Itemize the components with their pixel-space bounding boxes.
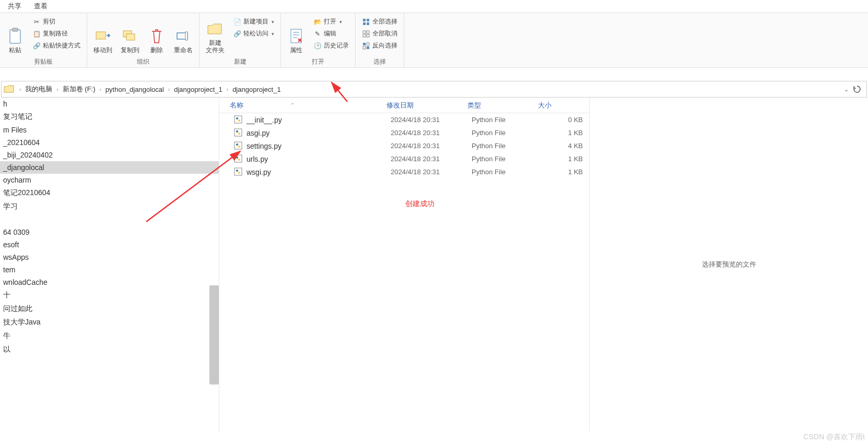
chevron-right-icon[interactable]: ›: [54, 87, 60, 92]
tree-item[interactable]: 技大学Java: [0, 316, 219, 329]
tree-item[interactable]: 十: [0, 288, 219, 302]
invert-selection-button[interactable]: 反向选择: [361, 40, 398, 51]
breadcrumb-items: › 我的电脑 › 新加卷 (F:) › python_djangolocal ›…: [17, 85, 844, 94]
tree-item[interactable]: m Files: [0, 124, 219, 136]
svg-rect-18: [363, 46, 366, 49]
tree-item[interactable]: oycharm: [0, 174, 219, 186]
file-type: Python File: [472, 155, 542, 163]
breadcrumb-segment[interactable]: djangoproject_1: [172, 86, 225, 93]
ribbon: 粘贴 ✂剪切 📋复制路径 🔗粘贴快捷方式 剪贴板 移动到 复制到 删除: [0, 13, 868, 68]
sort-indicator-icon: ⌃: [290, 102, 295, 108]
tree-item[interactable]: _20210604: [0, 136, 219, 149]
svg-rect-2: [96, 32, 105, 39]
select-none-button[interactable]: 全部取消: [361, 28, 398, 39]
chevron-down-icon[interactable]: ⌄: [844, 86, 849, 93]
svg-point-24: [236, 130, 238, 133]
group-label-select: 选择: [359, 56, 401, 66]
open-button[interactable]: 📂打开▾: [312, 16, 350, 27]
copy-path-button[interactable]: 📋复制路径: [31, 28, 81, 39]
file-row[interactable]: asgi.py2024/4/18 20:31Python File1 KB: [219, 126, 589, 139]
tree-item[interactable]: 学习: [0, 200, 219, 213]
chevron-right-icon[interactable]: ›: [166, 87, 172, 92]
svg-rect-15: [367, 34, 369, 37]
svg-rect-0: [10, 30, 20, 43]
tree-item[interactable]: 复习笔记: [0, 110, 219, 124]
tree-item[interactable]: _djangolocal: [0, 161, 219, 174]
window-tabs: 共享 查看: [0, 0, 868, 13]
tree-item[interactable]: 64 0309: [0, 226, 219, 238]
svg-point-30: [236, 157, 238, 159]
tree-item[interactable]: esoft: [0, 238, 219, 251]
copy-to-button[interactable]: 复制到: [118, 15, 143, 56]
new-folder-button[interactable]: 新建 文件夹: [203, 15, 228, 56]
ribbon-group-clipboard: 粘贴 ✂剪切 📋复制路径 🔗粘贴快捷方式 剪贴板: [0, 13, 87, 67]
breadcrumb-segment[interactable]: djangoproject_1: [230, 86, 283, 93]
rename-button[interactable]: 重命名: [171, 15, 196, 56]
file-name: settings.py: [247, 142, 391, 150]
invert-icon: [362, 42, 370, 50]
column-headers[interactable]: 名称⌃ 修改日期 类型 大小: [219, 98, 589, 113]
breadcrumb-segment[interactable]: python_djangolocal: [103, 86, 166, 93]
paste-shortcut-button[interactable]: 🔗粘贴快捷方式: [31, 40, 81, 51]
svg-rect-23: [234, 129, 242, 136]
tree-item[interactable]: 问过如此: [0, 302, 219, 316]
navigation-tree[interactable]: h复习笔记m Files_20210604_biji_20240402_djan…: [0, 98, 219, 431]
file-row[interactable]: wsgi.py2024/4/18 20:31Python File1 KB: [219, 165, 589, 178]
chevron-right-icon[interactable]: ›: [17, 87, 23, 92]
new-item-button[interactable]: 📄新建项目▾: [232, 16, 275, 27]
move-to-button[interactable]: 移动到: [90, 15, 115, 56]
delete-icon: [148, 28, 165, 44]
path-icon: 📋: [32, 30, 41, 38]
svg-rect-17: [367, 43, 369, 45]
file-row[interactable]: __init__.py2024/4/18 20:31Python File0 K…: [219, 113, 589, 126]
edit-button[interactable]: ✎编辑: [312, 28, 350, 39]
file-size: 1 KB: [542, 129, 589, 137]
group-label-new: 新建: [203, 56, 277, 66]
svg-rect-12: [363, 31, 366, 33]
chevron-right-icon[interactable]: ›: [98, 87, 103, 92]
file-name: asgi.py: [247, 129, 391, 137]
tree-item[interactable]: 以: [0, 343, 219, 356]
svg-point-31: [238, 159, 240, 161]
tree-item[interactable]: 牛: [0, 329, 219, 343]
file-row[interactable]: settings.py2024/4/18 20:31Python File4 K…: [219, 139, 589, 152]
chevron-right-icon[interactable]: ›: [225, 87, 230, 92]
column-date[interactable]: 修改日期: [386, 101, 467, 110]
svg-rect-16: [363, 43, 366, 45]
history-button[interactable]: 🕑历史记录: [312, 40, 350, 51]
tree-item[interactable]: tem: [0, 263, 219, 276]
svg-rect-10: [363, 22, 366, 25]
cut-button[interactable]: ✂剪切: [31, 16, 81, 27]
svg-rect-20: [234, 116, 242, 123]
breadcrumb[interactable]: › 我的电脑 › 新加卷 (F:) › python_djangolocal ›…: [1, 81, 867, 98]
main-area: h复习笔记m Files_20210604_biji_20240402_djan…: [0, 98, 868, 431]
breadcrumb-segment[interactable]: 我的电脑: [23, 85, 54, 94]
folder-new-icon: [207, 20, 224, 37]
shortcut-icon: 🔗: [32, 42, 41, 50]
easy-access-button[interactable]: 🔗轻松访问▾: [232, 28, 275, 39]
file-row[interactable]: urls.py2024/4/18 20:31Python File1 KB: [219, 152, 589, 165]
tree-item[interactable]: 笔记20210604: [0, 186, 219, 200]
tree-item[interactable]: _biji_20240402: [0, 149, 219, 161]
tab-share[interactable]: 共享: [8, 2, 21, 11]
tree-item[interactable]: wsApps: [0, 251, 219, 263]
delete-button[interactable]: 删除: [145, 15, 169, 56]
tree-item[interactable]: wnloadCache: [0, 276, 219, 288]
file-name: urls.py: [247, 155, 391, 163]
tree-item[interactable]: h: [0, 98, 219, 110]
column-size[interactable]: 大小: [538, 101, 585, 110]
group-label-organize: 组织: [90, 56, 196, 66]
open-icon: 📂: [313, 18, 322, 26]
breadcrumb-segment[interactable]: 新加卷 (F:): [61, 85, 98, 94]
rename-icon: [175, 28, 192, 44]
scrollbar-thumb[interactable]: [209, 285, 219, 384]
properties-button[interactable]: 属性: [284, 15, 308, 56]
select-all-button[interactable]: 全部选择: [361, 16, 398, 27]
refresh-button[interactable]: [852, 84, 862, 94]
python-file-icon: [234, 141, 243, 151]
tab-view[interactable]: 查看: [34, 2, 48, 11]
column-name[interactable]: 名称⌃: [230, 101, 386, 110]
column-type[interactable]: 类型: [467, 101, 538, 110]
group-label-clipboard: 剪贴板: [3, 56, 84, 66]
paste-button[interactable]: 粘贴: [3, 15, 27, 56]
